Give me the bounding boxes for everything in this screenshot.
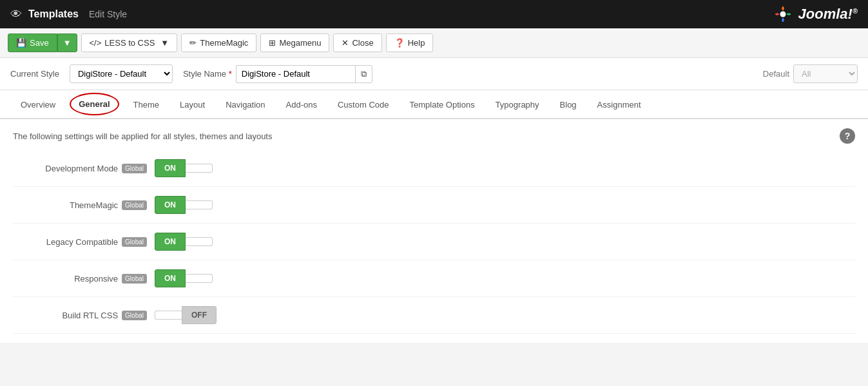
top-bar: 👁 Templates Edit Style Joomla!®	[0, 0, 868, 28]
close-button[interactable]: ✕ Close	[333, 34, 381, 52]
info-bar: The following settings will be applied f…	[13, 128, 855, 144]
toggle-off-placeholder	[186, 164, 213, 173]
legacy-compatible-label: Legacy Compatible Global	[13, 237, 155, 247]
toggle-off-placeholder	[186, 274, 213, 283]
tab-overview[interactable]: Overview	[10, 92, 66, 119]
app-title: Templates	[28, 8, 79, 20]
responsive-badge: Global	[122, 274, 147, 284]
toggle-off-placeholder	[186, 200, 213, 209]
responsive-toggle[interactable]: ON	[155, 269, 213, 287]
setting-row-thememagic: ThemeMagic Global ON	[13, 187, 855, 224]
tab-addons[interactable]: Add-ons	[276, 92, 327, 119]
tab-navigation[interactable]: Navigation	[215, 92, 275, 119]
theme-magic-button[interactable]: ✏ ThemeMagic	[181, 34, 256, 52]
toggle-on-btn[interactable]: ON	[155, 233, 186, 251]
toggle-on-placeholder	[155, 311, 182, 320]
current-style-select[interactable]: DigiStore - Default	[70, 64, 173, 83]
style-name-input[interactable]	[236, 65, 355, 83]
style-name-input-group: ⧉	[236, 65, 372, 83]
tab-template-options[interactable]: Template Options	[399, 92, 485, 119]
setting-row-build-rtl-css: Build RTL CSS Global OFF	[13, 297, 855, 334]
code-icon: </>	[90, 38, 102, 48]
legacy-compatible-badge: Global	[122, 237, 147, 247]
legacy-compatible-toggle[interactable]: ON	[155, 233, 213, 251]
help-circle-button[interactable]: ?	[840, 128, 855, 144]
tab-custom-code[interactable]: Custom Code	[327, 92, 399, 119]
less-to-css-button[interactable]: </> LESS to CSS ▼	[81, 34, 178, 52]
toggle-on-btn[interactable]: ON	[155, 159, 186, 177]
development-mode-label: Development Mode Global	[13, 164, 155, 173]
joomla-brand-icon	[771, 3, 795, 26]
tab-typography[interactable]: Typography	[485, 92, 550, 119]
tab-layout[interactable]: Layout	[169, 92, 215, 119]
default-label: Default	[763, 69, 789, 79]
tab-theme[interactable]: Theme	[123, 92, 169, 119]
style-name-label: Style Name *	[183, 69, 232, 79]
thememagic-toggle[interactable]: ON	[155, 196, 213, 214]
info-text: The following settings will be applied f…	[13, 131, 273, 141]
grid-icon: ⊞	[269, 38, 276, 48]
tab-nav: Overview General Theme Layout Navigation…	[0, 90, 868, 119]
thememagic-label: ThemeMagic Global	[13, 200, 155, 210]
thememagic-badge: Global	[122, 200, 147, 210]
toggle-off-btn[interactable]: OFF	[182, 306, 217, 324]
eye-icon: 👁	[10, 8, 22, 21]
joomla-text: Joomla!®	[798, 6, 858, 23]
tab-general[interactable]: General	[70, 93, 119, 115]
build-rtl-css-badge: Global	[122, 311, 147, 320]
setting-row-legacy-compatible: Legacy Compatible Global ON	[13, 224, 855, 260]
content-area: The following settings will be applied f…	[0, 119, 868, 343]
copy-style-button[interactable]: ⧉	[355, 65, 372, 83]
save-group: 💾 Save ▼	[8, 34, 77, 52]
toggle-off-placeholder	[186, 237, 213, 246]
save-icon: 💾	[16, 38, 26, 48]
tab-blog[interactable]: Blog	[550, 92, 587, 119]
style-bar: Current Style DigiStore - Default Style …	[0, 58, 868, 90]
build-rtl-css-label: Build RTL CSS Global	[13, 311, 155, 320]
setting-row-development-mode: Development Mode Global ON	[13, 150, 855, 187]
save-button[interactable]: 💾 Save	[8, 34, 57, 52]
toggle-on-btn[interactable]: ON	[155, 196, 186, 214]
svg-point-1	[780, 12, 786, 17]
top-bar-left: 👁 Templates Edit Style	[10, 8, 127, 21]
development-mode-toggle[interactable]: ON	[155, 159, 213, 177]
tab-assignment[interactable]: Assignment	[587, 92, 651, 119]
joomla-logo: Joomla!®	[771, 3, 858, 26]
question-icon: ❓	[394, 38, 405, 48]
x-icon: ✕	[342, 38, 349, 48]
build-rtl-css-toggle[interactable]: OFF	[155, 306, 217, 324]
current-style-label: Current Style	[10, 69, 59, 79]
settings-table: Development Mode Global ON ThemeMagic Gl…	[13, 150, 855, 334]
default-select[interactable]: All	[793, 64, 858, 83]
setting-row-responsive: Responsive Global ON	[13, 260, 855, 297]
help-button[interactable]: ❓ Help	[386, 34, 434, 52]
pencil-icon: ✏	[189, 38, 197, 48]
responsive-label: Responsive Global	[13, 274, 155, 284]
megamenu-button[interactable]: ⊞ Megamenu	[260, 34, 329, 52]
toggle-on-btn[interactable]: ON	[155, 269, 186, 287]
toolbar: 💾 Save ▼ </> LESS to CSS ▼ ✏ ThemeMagic …	[0, 28, 868, 58]
development-mode-badge: Global	[122, 164, 147, 173]
edit-style-label: Edit Style	[89, 9, 127, 19]
style-name-group: Style Name * ⧉	[183, 65, 747, 83]
save-dropdown-button[interactable]: ▼	[57, 34, 77, 52]
less-dropdown-icon: ▼	[160, 38, 169, 48]
default-group: Default All	[763, 64, 858, 83]
